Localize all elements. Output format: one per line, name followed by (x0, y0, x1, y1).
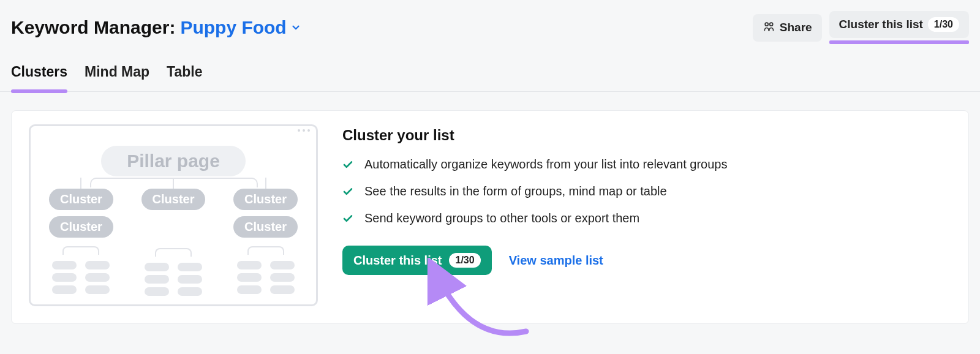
header-actions: Share Cluster this list 1/30 (753, 11, 969, 44)
cta-row: Cluster this list 1/30 View sample list (342, 246, 951, 275)
cta-count-badge: 1/30 (449, 253, 480, 268)
share-icon (763, 20, 775, 36)
list-name-dropdown[interactable]: Puppy Food (180, 17, 301, 38)
cluster-chip: Cluster (141, 189, 206, 210)
tab-table[interactable]: Table (167, 64, 202, 91)
check-icon (342, 213, 353, 227)
benefits-list: Automatically organize keywords from you… (342, 157, 951, 227)
cluster-chip: Cluster (49, 216, 113, 238)
connector-line (247, 246, 284, 255)
cluster-chip: Cluster (233, 189, 298, 210)
cluster-list-button-header[interactable]: Cluster this list 1/30 (829, 11, 969, 38)
tab-clusters[interactable]: Clusters (11, 64, 67, 91)
benefit-text: See the results in the form of groups, m… (364, 184, 667, 198)
leaf-group (52, 261, 110, 294)
cluster-count-badge: 1/30 (928, 17, 959, 32)
svg-point-1 (769, 23, 772, 26)
window-dots-icon (31, 126, 316, 135)
benefit-text: Automatically organize keywords from you… (364, 157, 727, 171)
content-heading: Cluster your list (342, 127, 951, 144)
view-sample-link[interactable]: View sample list (509, 254, 603, 268)
branches: Cluster Cluster Cluster (31, 189, 316, 296)
svg-point-0 (765, 23, 768, 26)
list-item: See the results in the form of groups, m… (342, 184, 951, 200)
illustration-frame: Pillar page Cluster Cluster Cluster (29, 124, 318, 306)
page-title: Keyword Manager: Puppy Food (11, 17, 301, 38)
cta-label: Cluster this list (353, 254, 442, 268)
cluster-list-button-main[interactable]: Cluster this list 1/30 (342, 246, 492, 275)
share-label: Share (780, 21, 812, 34)
check-icon (342, 159, 353, 173)
branch: Cluster Cluster (233, 189, 298, 296)
list-item: Automatically organize keywords from you… (342, 157, 951, 173)
annotation-highlight (829, 40, 969, 44)
main-card: Pillar page Cluster Cluster Cluster (11, 110, 969, 324)
cluster-illustration: Pillar page Cluster Cluster Cluster (29, 124, 318, 306)
leaf-group (237, 261, 295, 294)
content-panel: Cluster your list Automatically organize… (342, 124, 951, 306)
page-header: Keyword Manager: Puppy Food Share Cluste… (0, 0, 980, 48)
check-icon (342, 186, 353, 200)
leaf-group (145, 263, 202, 296)
chevron-down-icon (290, 22, 301, 33)
cluster-button-label: Cluster this list (839, 18, 923, 31)
cluster-chip: Cluster (233, 216, 298, 238)
benefit-text: Send keyword groups to other tools or ex… (364, 211, 639, 225)
pillar-chip: Pillar page (101, 146, 246, 176)
cluster-chip: Cluster (49, 189, 113, 210)
branch: Cluster Cluster (49, 189, 113, 296)
list-item: Send keyword groups to other tools or ex… (342, 211, 951, 227)
header-cluster-group: Cluster this list 1/30 (829, 11, 969, 44)
tab-mindmap[interactable]: Mind Map (85, 64, 149, 91)
branch: Cluster (141, 189, 206, 296)
share-button[interactable]: Share (753, 14, 822, 42)
tabs: Clusters Mind Map Table (0, 48, 980, 92)
connector-line (155, 248, 192, 257)
list-name: Puppy Food (180, 17, 286, 38)
connector-line (62, 246, 99, 255)
title-prefix: Keyword Manager: (11, 17, 175, 38)
